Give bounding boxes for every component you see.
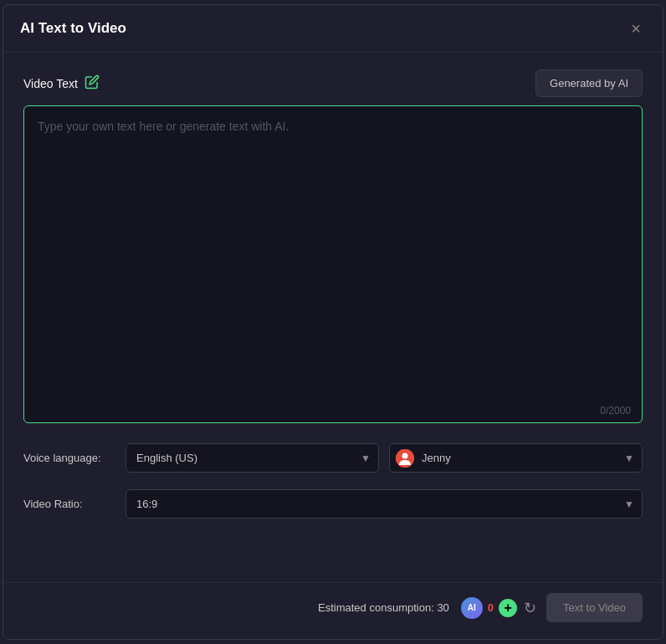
modal: AI Text to Video × Video Text xyxy=(3,4,663,640)
voice-select-wrapper: Jenny Guy Aria Davis Emma ▼ xyxy=(389,443,643,473)
generated-by-ai-button[interactable]: Generated by AI xyxy=(535,69,643,97)
ratio-select-wrapper: 16:9 9:16 1:1 4:3 ▼ xyxy=(126,489,643,519)
modal-body: Video Text Generated by AI 0/2000 xyxy=(3,53,663,582)
refresh-button[interactable]: ↻ xyxy=(522,597,538,619)
voice-language-label: Voice language: xyxy=(23,452,115,464)
video-text-label: Video Text xyxy=(23,77,78,90)
char-count: 0/2000 xyxy=(600,405,631,417)
modal-title: AI Text to Video xyxy=(20,20,126,37)
video-ratio-label: Video Ratio: xyxy=(23,498,115,510)
credit-count: 0 xyxy=(488,601,494,614)
consumption-text: Estimated consumption: 30 xyxy=(318,601,449,614)
video-text-input[interactable] xyxy=(23,105,643,423)
text-to-video-button[interactable]: Text to Video xyxy=(546,593,643,622)
ratio-select[interactable]: 16:9 9:16 1:1 4:3 xyxy=(126,489,643,519)
language-select-wrapper: English (US) English (UK) Spanish French… xyxy=(126,443,379,473)
section-label: Video Text xyxy=(23,74,100,93)
footer-credits: AI 0 + ↻ xyxy=(461,597,538,619)
language-select[interactable]: English (US) English (UK) Spanish French… xyxy=(126,443,379,473)
voice-language-row: Voice language: English (US) English (UK… xyxy=(23,443,643,473)
modal-footer: Estimated consumption: 30 AI 0 + ↻ Text … xyxy=(3,582,663,639)
add-credit-button[interactable]: + xyxy=(499,599,517,617)
modal-overlay: AI Text to Video × Video Text xyxy=(0,0,666,644)
textarea-wrapper: 0/2000 xyxy=(23,105,643,427)
close-button[interactable]: × xyxy=(626,18,646,38)
edit-icon[interactable] xyxy=(85,74,100,93)
ai-badge: AI xyxy=(461,597,483,619)
footer-right: Estimated consumption: 30 AI 0 + ↻ Text … xyxy=(318,593,643,622)
voice-select[interactable]: Jenny Guy Aria Davis Emma xyxy=(389,443,643,473)
section-header: Video Text Generated by AI xyxy=(23,69,643,97)
modal-header: AI Text to Video × xyxy=(3,5,663,53)
video-ratio-row: Video Ratio: 16:9 9:16 1:1 4:3 ▼ xyxy=(23,489,643,519)
video-text-section: Video Text Generated by AI 0/2000 xyxy=(23,69,643,427)
